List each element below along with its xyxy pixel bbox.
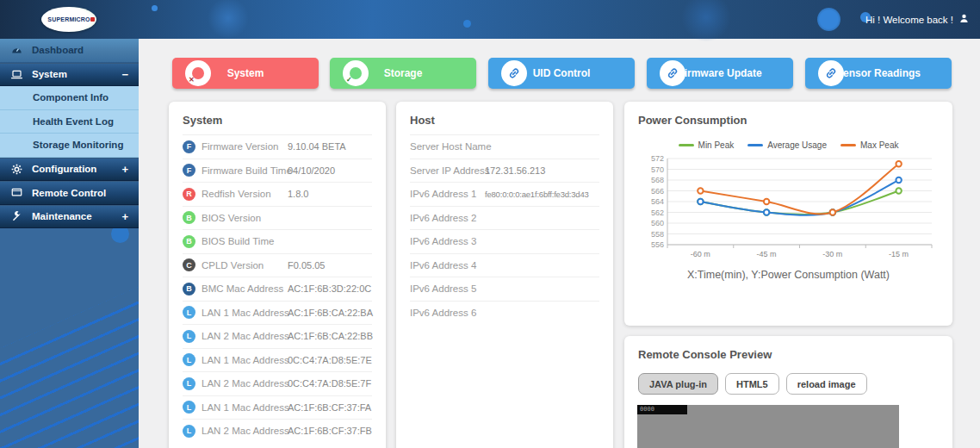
svg-text:556: 556 bbox=[651, 240, 664, 249]
svg-text:-60 m: -60 m bbox=[691, 250, 710, 258]
legend-label: Average Usage bbox=[767, 140, 827, 150]
row-label: IPv6 Address 1 bbox=[410, 189, 476, 199]
chart-axis-label: X:Time(min), Y:Power Consumption (Watt) bbox=[624, 269, 952, 281]
row-value: F0.05.05 bbox=[288, 260, 325, 271]
info-row: LLAN 1 Mac AddressAC:1F:6B:CF:37:FA bbox=[183, 395, 372, 420]
info-row: BBIOS Version bbox=[183, 206, 372, 230]
info-row: LLAN 1 Mac Address0C:C4:7A:D8:5E:7E bbox=[183, 348, 372, 372]
power-consumption-chart: 556558560562564566568570572-60 m-45 m-30… bbox=[642, 153, 939, 267]
row-label: BIOS Version bbox=[202, 213, 261, 223]
sidebar-item-label: System bbox=[32, 69, 67, 79]
svg-text:568: 568 bbox=[651, 176, 664, 184]
info-row: IPv6 Address 5 bbox=[410, 277, 599, 301]
sidebar-item-label: Maintenance bbox=[32, 211, 92, 221]
sidebar-item-configuration[interactable]: Configuration+ bbox=[0, 158, 139, 182]
legend-label: Min Peak bbox=[698, 140, 735, 150]
info-row: IPv6 Address 1fe80:0:0:0:ae1f:6bff:fe3d:… bbox=[410, 182, 599, 206]
l-badge-icon: L bbox=[183, 330, 195, 343]
supermicro-bmc-dashboard: SUPERMICRO Hi ! Welcome back ! Dashboard… bbox=[0, 0, 980, 448]
host-info-card: Host Server Host NameServer IP Address17… bbox=[396, 102, 613, 448]
l-badge-icon: L bbox=[183, 353, 195, 366]
java-plugin-button[interactable]: JAVA plug-in bbox=[638, 373, 718, 395]
tab-storage[interactable]: ✓Storage bbox=[330, 58, 476, 89]
row-value: 0C:C4:7A:D8:5E:7E bbox=[288, 355, 372, 365]
tab-label: Storage bbox=[330, 58, 476, 89]
row-label: LAN 1 Mac Address bbox=[202, 308, 289, 318]
legend-label: Max Peak bbox=[860, 140, 898, 150]
expand-toggle-icon[interactable]: + bbox=[121, 163, 128, 176]
sidebar-item-storage-monitoring[interactable]: Storage Monitoring bbox=[0, 134, 139, 158]
row-value: 04/10/2020 bbox=[288, 165, 335, 176]
info-row: Server IP Address172.31.56.213 bbox=[410, 159, 599, 183]
info-row: LLAN 2 Mac AddressAC:1F:6B:CA:22:BB bbox=[183, 324, 372, 348]
tab-firmware-update[interactable]: Firmware Update bbox=[647, 58, 793, 89]
sidebar-item-label: Remote Control bbox=[32, 188, 106, 198]
row-value: 0C:C4:7A:D8:5E:7F bbox=[288, 378, 371, 389]
info-row: IPv6 Address 4 bbox=[410, 253, 599, 277]
info-row: LLAN 2 Mac Address0C:C4:7A:D8:5E:7F bbox=[183, 371, 372, 395]
sidebar-item-remote-control[interactable]: Remote Control bbox=[0, 181, 139, 205]
r-badge-icon: R bbox=[183, 188, 195, 201]
row-value: AC:1F:6B:CF:37:FA bbox=[288, 402, 371, 413]
l-badge-icon: L bbox=[183, 377, 195, 390]
sidebar-item-health-event-log[interactable]: Health Event Log bbox=[0, 110, 139, 134]
l-badge-icon: L bbox=[183, 306, 195, 319]
row-label: IPv6 Address 3 bbox=[410, 236, 476, 246]
l-badge-icon: L bbox=[183, 401, 195, 414]
legend-item: Min Peak bbox=[679, 140, 735, 150]
tab-uid-control[interactable]: UID Control bbox=[488, 58, 635, 89]
tab-system[interactable]: ✕System bbox=[172, 58, 319, 89]
sidebar-item-label: Health Event Log bbox=[33, 116, 114, 127]
row-value: AC:1F:6B:CF:37:FB bbox=[288, 426, 372, 436]
legend-item: Max Peak bbox=[840, 140, 898, 150]
row-label: Server IP Address bbox=[410, 165, 489, 176]
sidebar-item-system[interactable]: System− bbox=[0, 63, 139, 87]
sidebar-item-component-info[interactable]: Component Info bbox=[0, 86, 139, 110]
gear-icon bbox=[10, 163, 23, 176]
legend-item: Average Usage bbox=[747, 140, 827, 150]
l-badge-icon: L bbox=[183, 425, 195, 438]
info-row: Server Host Name bbox=[410, 134, 599, 159]
gauge-icon bbox=[10, 44, 23, 57]
b-badge-icon: B bbox=[183, 235, 195, 248]
svg-text:560: 560 bbox=[651, 219, 664, 227]
row-label: Server Host Name bbox=[410, 141, 492, 152]
system-card-title: System bbox=[183, 114, 372, 127]
host-card-title: Host bbox=[410, 114, 599, 127]
svg-text:570: 570 bbox=[651, 165, 664, 174]
legend-swatch bbox=[840, 144, 856, 146]
tab-label: Firmware Update bbox=[647, 58, 793, 89]
sidebar-item-label: Dashboard bbox=[32, 45, 84, 55]
b-badge-icon: B bbox=[183, 211, 195, 224]
console-preview-image[interactable]: 0000 bbox=[637, 405, 899, 448]
svg-text:566: 566 bbox=[651, 187, 664, 196]
tab-sensor-readings[interactable]: Sensor Readings bbox=[805, 58, 952, 89]
svg-text:572: 572 bbox=[651, 154, 664, 163]
svg-text:-45 m: -45 m bbox=[757, 250, 777, 258]
main-content: System FFirmware Version9.10.04 BETAFFir… bbox=[139, 39, 980, 448]
sidebar-item-dashboard[interactable]: Dashboard bbox=[0, 39, 139, 63]
info-row: FFirmware Build Time04/10/2020 bbox=[183, 159, 372, 183]
reload-image-button[interactable]: reload image bbox=[786, 373, 867, 395]
sidebar-nav: DashboardSystem−Component InfoHealth Eve… bbox=[0, 39, 139, 448]
row-label: Firmware Build Time bbox=[202, 165, 292, 176]
top-header: SUPERMICRO Hi ! Welcome back ! bbox=[0, 0, 980, 39]
html5-button[interactable]: HTML5 bbox=[725, 373, 779, 395]
row-label: BIOS Build Time bbox=[202, 236, 274, 246]
row-value: fe80:0:0:0:ae1f:6bff:fe3d:3d43 bbox=[485, 190, 589, 199]
decor-circle bbox=[680, 0, 732, 41]
welcome-text: Hi ! Welcome back ! bbox=[865, 15, 953, 25]
expand-toggle-icon[interactable]: + bbox=[121, 210, 128, 223]
info-row: RRedfish Version1.8.0 bbox=[183, 182, 372, 206]
tab-label: UID Control bbox=[488, 58, 635, 89]
remote-console-card: Remote Console Preview JAVA plug-inHTML5… bbox=[624, 336, 952, 448]
row-label: LAN 1 Mac Address bbox=[202, 402, 289, 413]
user-welcome[interactable]: Hi ! Welcome back ! bbox=[865, 0, 970, 39]
svg-text:-30 m: -30 m bbox=[822, 250, 842, 258]
svg-text:564: 564 bbox=[651, 197, 664, 206]
info-row: FFirmware Version9.10.04 BETA bbox=[183, 134, 372, 159]
expand-toggle-icon[interactable]: − bbox=[121, 68, 128, 81]
sidebar-item-maintenance[interactable]: Maintenance+ bbox=[0, 205, 139, 229]
row-label: LAN 2 Mac Address bbox=[202, 331, 289, 341]
decor-circle bbox=[152, 5, 158, 11]
